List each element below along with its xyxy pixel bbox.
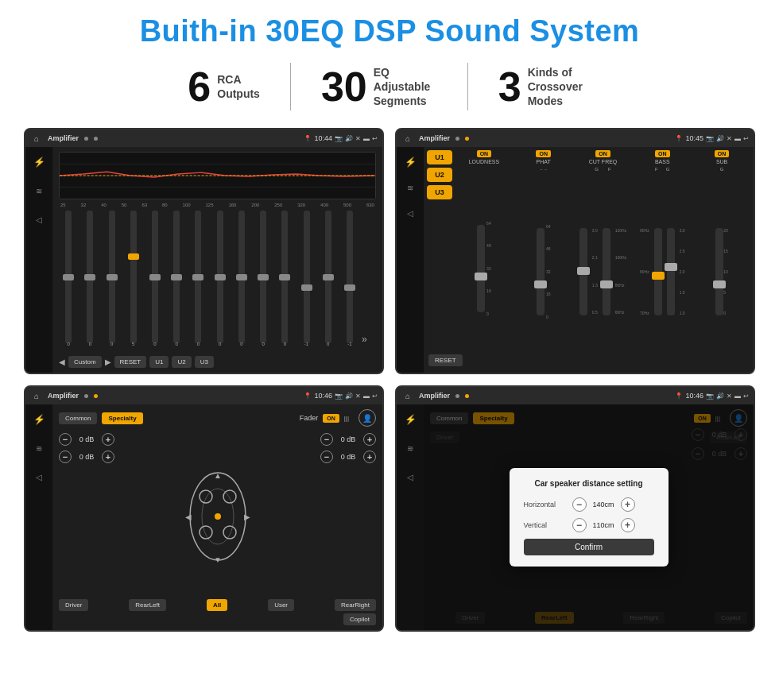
dialog-home-icon[interactable]: ⌂ — [401, 389, 414, 402]
vertical-plus-button[interactable]: + — [621, 518, 635, 532]
speaker-distance-dialog: Car speaker distance setting Horizontal … — [510, 468, 669, 567]
eq-title: Amplifier — [48, 134, 79, 142]
cross-reset-button[interactable]: RESET — [428, 354, 463, 366]
fader-car-diagram: ▲ ▼ ◀ ▶ — [167, 433, 269, 599]
fader-top-bar: Common Specialty Fader ON ||| 👤 — [59, 409, 376, 427]
rearleft-button[interactable]: RearLeft — [129, 599, 166, 611]
camera-icon: 📷 — [335, 135, 343, 142]
all-button[interactable]: All — [207, 599, 227, 611]
channel-bass: ON BASS FG 90Hz 80Hz 70Hz — [634, 150, 691, 369]
stat-rca-number: 6 — [188, 66, 211, 107]
user-button[interactable]: User — [268, 599, 294, 611]
fader-volume-icon: 🔊 — [345, 393, 353, 400]
fader-speaker-icon[interactable]: ◁ — [30, 468, 48, 485]
confirm-button[interactable]: Confirm — [524, 539, 654, 555]
eq-u2-button[interactable]: U2 — [172, 356, 191, 368]
cutfreq-on-btn[interactable]: ON — [595, 150, 610, 157]
bass-on-btn[interactable]: ON — [655, 150, 670, 157]
svg-point-7 — [223, 490, 236, 503]
stat-eq-number: 30 — [321, 66, 367, 107]
cross-main-screen: ⚡ ≋ ◁ U1 U2 U3 ON LO — [397, 147, 754, 373]
stat-rca-text: RCAOutputs — [217, 72, 260, 101]
eq-u3-button[interactable]: U3 — [195, 356, 214, 368]
eq-reset-button[interactable]: RESET — [114, 356, 147, 368]
cross-volume-icon: 🔊 — [716, 135, 724, 142]
cross-u2-button[interactable]: U2 — [427, 168, 452, 182]
horizontal-minus-button[interactable]: − — [572, 497, 587, 512]
freq-80: 80 — [162, 203, 168, 207]
freq-125: 125 — [205, 203, 213, 207]
dialog-back-icon: ↩ — [743, 393, 749, 400]
fader-controls-area: − 0 dB + − 0 dB + — [59, 433, 376, 599]
fader-on-toggle[interactable]: ON — [323, 414, 339, 423]
cross-location-icon: 📍 — [675, 135, 683, 142]
cross-u1-button[interactable]: U1 — [427, 150, 452, 164]
eq-bottom-bar: ◀ Custom ▶ RESET U1 U2 U3 — [59, 356, 376, 368]
fader-status-icons: 📍 10:46 📷 🔊 ✕ ▬ ↩ — [304, 392, 378, 400]
cross-wave-icon[interactable]: ≋ — [401, 179, 419, 196]
eq-prev-button[interactable]: ◀ — [59, 358, 65, 366]
stat-eq-text: EQ AdjustableSegments — [374, 65, 437, 109]
db-minus-2[interactable]: − — [59, 451, 72, 463]
db-plus-2[interactable]: + — [102, 451, 114, 463]
horizontal-row: Horizontal − 140cm + — [524, 497, 654, 512]
eq-slider-5: 0 — [167, 211, 186, 345]
cross-home-icon[interactable]: ⌂ — [401, 132, 414, 145]
dialog-speaker-icon[interactable]: ◁ — [401, 468, 419, 485]
db-minus-3[interactable]: − — [320, 433, 333, 446]
phat-on-btn[interactable]: ON — [536, 150, 551, 157]
cross-u3-button[interactable]: U3 — [427, 185, 452, 199]
driver-button[interactable]: Driver — [59, 599, 88, 611]
channel-loudness: ON LOUDNESS 64 48 32 — [455, 150, 513, 369]
fader-right-controls: − 0 dB + − 0 dB + — [274, 433, 376, 599]
fader-profile-icon[interactable]: 👤 — [358, 409, 376, 427]
cross-channels-area: ON LOUDNESS 64 48 32 — [455, 150, 750, 369]
loudness-label: LOUDNESS — [469, 159, 500, 164]
eq-speaker-icon[interactable]: ◁ — [30, 211, 48, 228]
home-icon[interactable]: ⌂ — [30, 132, 43, 145]
db-plus-3[interactable]: + — [363, 433, 376, 446]
loudness-on-btn[interactable]: ON — [477, 150, 492, 157]
db-plus-4[interactable]: + — [363, 451, 376, 463]
eq-wave-icon[interactable]: ≋ — [30, 182, 48, 199]
eq-status-bar: ⌂ Amplifier 📍 10:44 📷 🔊 ✕ ▬ ↩ — [25, 130, 382, 147]
freq-100: 100 — [183, 203, 191, 207]
eq-more-icon[interactable]: » — [362, 334, 376, 345]
fader-home-icon[interactable]: ⌂ — [30, 389, 43, 402]
db-minus-1[interactable]: − — [59, 433, 72, 446]
eq-filter-icon[interactable]: ⚡ — [30, 153, 48, 171]
vertical-minus-button[interactable]: − — [572, 518, 587, 532]
rearright-button[interactable]: RearRight — [335, 599, 376, 611]
copilot-button[interactable]: Copilot — [343, 613, 376, 625]
cross-minus-icon: ▬ — [734, 135, 741, 142]
eq-slider-0: 0 — [59, 211, 78, 345]
channel-phat: ON PHAT ~~ 64 — [515, 150, 572, 369]
cross-speaker-icon[interactable]: ◁ — [401, 204, 419, 222]
fader-wave-icon[interactable]: ≋ — [30, 439, 48, 457]
horizontal-plus-button[interactable]: + — [621, 497, 635, 512]
eq-slider-4: 0 — [145, 211, 165, 345]
eq-slider-8: 0 — [232, 211, 251, 345]
db-plus-1[interactable]: + — [102, 433, 114, 446]
dialog-wave-icon[interactable]: ≋ — [401, 439, 419, 457]
svg-point-10 — [215, 513, 221, 520]
dialog-filter-icon[interactable]: ⚡ — [401, 411, 419, 428]
cross-filter-icon[interactable]: ⚡ — [401, 153, 419, 171]
eq-custom-button[interactable]: Custom — [68, 356, 102, 368]
sub-on-btn[interactable]: ON — [715, 150, 730, 157]
eq-next-button[interactable]: ▶ — [105, 358, 111, 366]
fader-filter-icon[interactable]: ⚡ — [30, 411, 48, 428]
eq-status-icons: 📍 10:44 📷 🔊 ✕ ▬ ↩ — [304, 134, 378, 142]
eq-minus-icon: ▬ — [363, 135, 370, 142]
eq-main-area: 25 32 40 50 63 80 100 125 160 200 250 32… — [52, 147, 382, 373]
fader-screen-card: ⌂ Amplifier 📍 10:46 📷 🔊 ✕ ▬ ↩ ⚡ — [24, 385, 384, 632]
db-minus-4[interactable]: − — [320, 451, 333, 463]
eq-slider-7: 0 — [211, 211, 230, 345]
fader-status-bar: ⌂ Amplifier 📍 10:46 📷 🔊 ✕ ▬ ↩ — [25, 387, 382, 404]
dialog-dot1 — [455, 394, 459, 398]
specialty-tab[interactable]: Specialty — [102, 412, 142, 424]
fader-main-screen: ⚡ ≋ ◁ Common Specialty Fader ON ||| 👤 — [25, 404, 382, 630]
db-row-4: − 0 dB + — [320, 451, 376, 463]
eq-u1-button[interactable]: U1 — [149, 356, 169, 368]
common-tab[interactable]: Common — [59, 412, 97, 424]
